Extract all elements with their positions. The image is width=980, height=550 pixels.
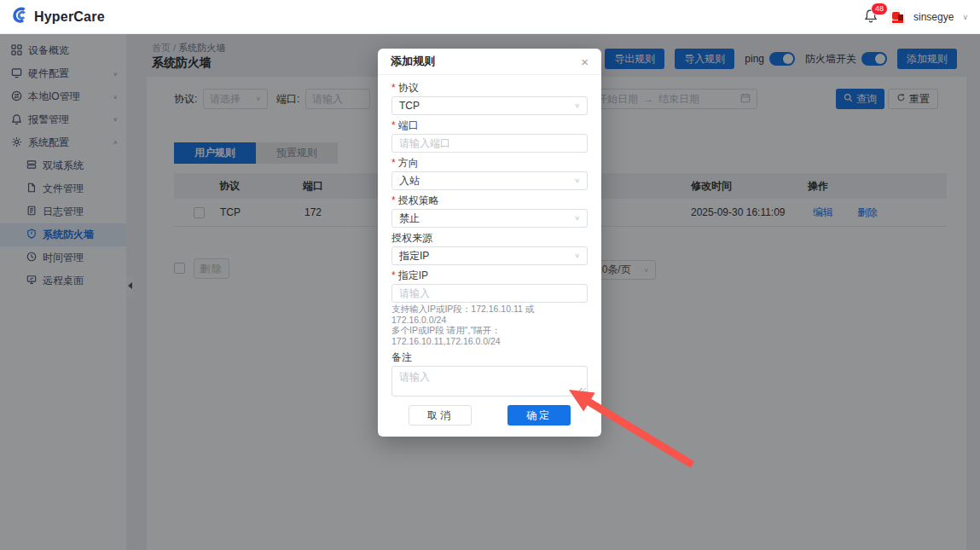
ip-input[interactable] [391, 284, 588, 303]
source-select[interactable]: 指定IP ∨ [391, 246, 588, 265]
direction-label: 方向 [398, 157, 419, 169]
required-mark: * [391, 157, 396, 169]
user-avatar[interactable] [890, 9, 905, 25]
top-bar: HyperCare 48 sinsegye ∨ [0, 0, 980, 34]
chevron-down-icon: ∨ [574, 177, 580, 184]
policy-value: 禁止 [399, 211, 420, 226]
modal-title: 添加规则 [391, 54, 435, 69]
add-rule-modal: 添加规则 × *协议 TCP ∨ *端口 *方向 入站 ∨ *授权策略 禁止 ∨… [378, 49, 601, 437]
hypercare-logo-icon [10, 6, 28, 27]
ip-help-line-2: 多个IP或IP段 请用","隔开：172.16.10.11,172.16.0.0… [391, 325, 588, 346]
username[interactable]: sinsegye [913, 11, 954, 23]
chevron-down-icon: ∨ [574, 252, 580, 259]
port-input[interactable] [391, 134, 588, 153]
direction-value: 入站 [399, 174, 420, 188]
chevron-down-icon: ∨ [574, 215, 580, 222]
brand-name: HyperCare [34, 9, 105, 25]
port-label: 端口 [398, 119, 419, 131]
confirm-button[interactable]: 确定 [507, 405, 571, 426]
direction-select[interactable]: 入站 ∨ [391, 171, 588, 190]
modal-header: 添加规则 × [378, 49, 601, 75]
source-label: 授权来源 [391, 232, 432, 244]
chevron-down-icon: ∨ [574, 102, 580, 109]
remark-label: 备注 [391, 351, 412, 363]
cancel-button[interactable]: 取消 [409, 405, 472, 426]
policy-select[interactable]: 禁止 ∨ [391, 209, 588, 228]
protocol-label: 协议 [398, 82, 419, 94]
source-value: 指定IP [399, 249, 429, 263]
protocol-value: TCP [399, 100, 420, 112]
ip-help-line-1: 支持输入IP或IP段：172.16.10.11 或 172.16.0.0/24 [391, 304, 588, 325]
required-mark: * [391, 194, 396, 206]
resize-grip-icon[interactable] [579, 388, 586, 395]
notification-badge: 48 [871, 3, 888, 15]
protocol-select[interactable]: TCP ∨ [391, 96, 588, 115]
ip-label: 指定IP [398, 269, 428, 281]
required-mark: * [391, 82, 396, 94]
brand: HyperCare [0, 6, 105, 27]
required-mark: * [391, 269, 396, 281]
policy-label: 授权策略 [398, 194, 439, 206]
remark-textarea[interactable] [391, 366, 588, 397]
notification-bell-button[interactable]: 48 [862, 8, 881, 26]
close-icon[interactable]: × [581, 55, 589, 68]
required-mark: * [391, 119, 396, 131]
user-menu-chevron-icon[interactable]: ∨ [962, 13, 968, 21]
